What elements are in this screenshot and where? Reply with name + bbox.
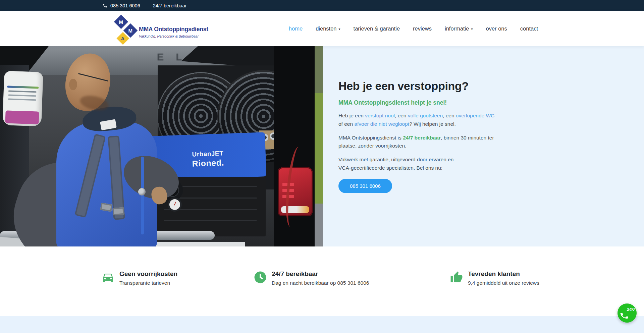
hero-paragraph-2: MMA Ontstoppingsdienst is 24/7 bereikbaa… bbox=[338, 134, 499, 151]
nav-item-diensten[interactable]: diensten▾ bbox=[316, 25, 340, 32]
feature-subtitle: 9,4 gemiddeld uit onze reviews bbox=[468, 280, 539, 286]
topbar: 085 301 6006 24/7 bereikbaar bbox=[0, 0, 644, 11]
feature-title: Geen voorrijkosten bbox=[119, 270, 177, 278]
link-volle-gootsteen[interactable]: volle gootsteen bbox=[408, 113, 443, 118]
header: M M A MMA Ontstoppingsdienst Vakkundig, … bbox=[0, 11, 644, 46]
topbar-phone-number: 085 301 6006 bbox=[110, 3, 140, 8]
topbar-phone-link[interactable]: 085 301 6006 bbox=[103, 3, 140, 8]
nav-item-label: home bbox=[289, 25, 303, 32]
feature-title: Tevreden klanten bbox=[468, 270, 539, 278]
nav-item-informatie[interactable]: informatie▾ bbox=[445, 25, 473, 32]
logo-title: MMA Ontstoppingsdienst bbox=[139, 26, 208, 33]
feature-title: 24/7 bereikbaar bbox=[272, 270, 369, 278]
logo-diamond-m1: M bbox=[114, 15, 128, 29]
text: , een bbox=[443, 113, 456, 118]
call-cta-button[interactable]: 085 301 6006 bbox=[338, 179, 392, 193]
logo[interactable]: M M A MMA Ontstoppingsdienst Vakkundig, … bbox=[103, 14, 208, 44]
clock-icon bbox=[254, 271, 267, 284]
feature-tevreden-klanten: Tevreden klanten9,4 gemiddeld uit onze r… bbox=[450, 270, 539, 286]
features-section: Geen voorrijkostenTransparante tarieven2… bbox=[0, 246, 644, 316]
feature-text: Geen voorrijkostenTransparante tarieven bbox=[119, 270, 177, 286]
logo-mark: M M A bbox=[103, 14, 137, 44]
jetting-lance bbox=[141, 157, 144, 234]
feature-subtitle: Transparante tarieven bbox=[119, 280, 177, 286]
feature-subtitle: Dag en nacht bereikbaar op 085 301 6006 bbox=[272, 280, 369, 286]
nav-item-reviews[interactable]: reviews bbox=[413, 25, 432, 32]
chevron-down-icon: ▾ bbox=[471, 27, 473, 31]
link-verstopt-riool[interactable]: verstopt riool bbox=[365, 113, 395, 118]
nav-item-label: tarieven & garantie bbox=[354, 25, 400, 32]
main-nav: homediensten▾tarieven & garantiereviewsi… bbox=[289, 11, 538, 46]
grass-strip bbox=[315, 46, 323, 246]
lance-fitting bbox=[138, 188, 146, 196]
nav-item-label: contact bbox=[520, 25, 538, 32]
hero-paragraph-1: Heb je een verstopt riool, een volle goo… bbox=[338, 112, 499, 128]
logo-text: MMA Ontstoppingsdienst Vakkundig, Persoo… bbox=[139, 26, 208, 38]
nav-item-tarieven-garantie[interactable]: tarieven & garantie bbox=[354, 25, 400, 32]
nav-item-label: diensten bbox=[316, 25, 336, 32]
dispenser-unit bbox=[2, 71, 43, 126]
machine-brand-maker: Rioned. bbox=[192, 158, 224, 168]
feature-text: Tevreden klanten9,4 gemiddeld uit onze r… bbox=[468, 270, 539, 286]
feature-text: 24/7 bereikbaarDag en nacht bereikbaar o… bbox=[272, 270, 369, 286]
thumbs-up-icon bbox=[450, 271, 463, 284]
logo-tagline: Vakkundig, Persoonlijk & Betrouwbaar bbox=[139, 34, 208, 38]
machine-branding: UrbanJET Rioned. bbox=[192, 150, 224, 168]
hero-paragraph-3: Vakwerk met garantie, uitgevoerd door er… bbox=[338, 156, 467, 172]
link-afvoer-wegloopt[interactable]: afvoer die niet wegloopt bbox=[354, 121, 409, 127]
next-section-background bbox=[0, 316, 644, 333]
nav-item-label: reviews bbox=[413, 25, 432, 32]
text: MMA Ontstoppingsdienst is bbox=[338, 135, 403, 141]
hero-photo: E L UrbanJET Rioned. bbox=[0, 46, 323, 246]
technician-ear bbox=[69, 79, 77, 90]
floating-call-button[interactable]: 24/7 bbox=[618, 303, 637, 323]
machine-brand-model: UrbanJET bbox=[192, 150, 224, 158]
text: , een bbox=[395, 113, 408, 118]
text: ? Wij helpen je snel. bbox=[409, 121, 456, 127]
strap-buckle bbox=[112, 207, 124, 215]
nav-item-over-ons[interactable]: over ons bbox=[486, 25, 507, 32]
nav-item-label: informatie bbox=[445, 25, 469, 32]
phone-icon bbox=[103, 3, 107, 8]
feature-24-7-bereikbaar: 24/7 bereikbaarDag en nacht bereikbaar o… bbox=[254, 270, 369, 286]
hero-subheading: MMA Ontstoppingsdienst helpt je snel! bbox=[338, 99, 499, 106]
availability-highlight: 24/7 bereikbaar bbox=[403, 135, 441, 141]
topbar-availability: 24/7 bereikbaar bbox=[153, 3, 187, 8]
nav-item-home[interactable]: home bbox=[289, 25, 303, 32]
chevron-down-icon: ▾ bbox=[339, 27, 340, 31]
nav-item-label: over ons bbox=[486, 25, 507, 32]
hero-section: E L UrbanJET Rioned. bbox=[0, 46, 644, 246]
nav-item-contact[interactable]: contact bbox=[520, 25, 538, 32]
text: of een bbox=[338, 121, 354, 127]
text: Heb je een bbox=[338, 113, 365, 118]
float-badge: 24/7 bbox=[627, 307, 635, 312]
feature-geen-voorrijkosten: Geen voorrijkostenTransparante tarieven bbox=[102, 270, 177, 286]
hero-copy: Heb je een verstopping? MMA Ontstoppings… bbox=[338, 79, 499, 193]
car-icon bbox=[102, 271, 114, 284]
phone-icon bbox=[619, 310, 630, 321]
page-title: Heb je een verstopping? bbox=[338, 79, 499, 93]
link-overlopende-wc[interactable]: overlopende WC bbox=[456, 113, 494, 118]
pressure-gauge bbox=[168, 198, 182, 212]
